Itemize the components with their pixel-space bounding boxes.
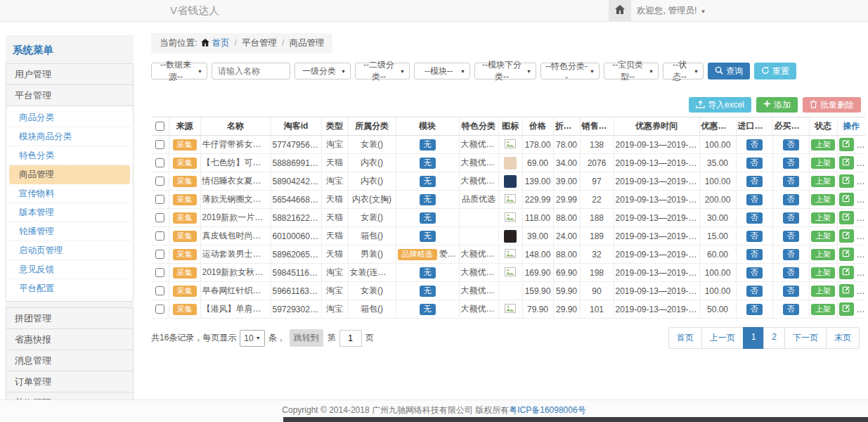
row-checkbox[interactable] [155, 250, 164, 259]
per-page-select[interactable]: 10 ▼ [240, 330, 264, 347]
add-button[interactable]: 添加 [756, 97, 798, 113]
level1-category-select[interactable]: 一级分类▼ [294, 63, 351, 79]
breadcrumb-home-link[interactable]: 首页 [212, 38, 229, 48]
edit-button[interactable] [839, 248, 854, 261]
row-checkbox[interactable] [155, 158, 164, 167]
sidebar-subitem-carousel-manage[interactable]: 轮播管理 [9, 222, 130, 241]
sidebar-subitem-feature-category[interactable]: 特色分类 [9, 146, 130, 165]
select-value: --模块下分类-- [479, 59, 524, 83]
sidebar-subitem-promo-material[interactable]: 宣传物料 [9, 184, 130, 203]
row-checkbox[interactable] [155, 231, 164, 241]
row-checkbox[interactable] [155, 286, 164, 295]
level2-category-select[interactable]: --二级分类--▼ [355, 63, 410, 79]
batch-delete-button[interactable]: 批量删除 [803, 97, 861, 113]
page-button-prev[interactable]: 上一页 [701, 327, 744, 349]
price-cell: 178.00 [522, 136, 553, 154]
feature-category-select[interactable]: --特色分类--▼ [540, 63, 600, 79]
source-cell: 采集 [169, 227, 200, 245]
page-button-last[interactable]: 末页 [826, 327, 860, 349]
edit-button[interactable] [839, 284, 854, 298]
must-buy-badge: 否 [783, 249, 799, 260]
row-checkbox[interactable] [155, 140, 164, 149]
page-button-next[interactable]: 下一页 [784, 327, 827, 349]
sidebar-menu: 用户管理平台管理商品分类模块商品分类特色分类商品管理宣传物料版本管理轮播管理启动… [6, 63, 134, 422]
broken-image-icon [505, 250, 516, 260]
must-buy-cell: 否 [772, 282, 809, 300]
status-select[interactable]: --状态--▼ [663, 63, 704, 79]
page-button-first[interactable]: 首页 [668, 327, 702, 349]
row-checkbox[interactable] [155, 213, 164, 222]
data-source-select[interactable]: --数据来源--▼ [151, 63, 207, 79]
jump-button[interactable]: 跳转到 [290, 329, 323, 347]
breadcrumb: 当前位置:首页/平台管理/商品管理 [151, 33, 332, 53]
row-checkbox[interactable] [155, 177, 164, 186]
feature-cell: 大额优惠券 [459, 264, 498, 282]
item-type-select[interactable]: --宝贝类型--▼ [604, 63, 659, 79]
sidebar-item-message-manage[interactable]: 消息管理 [6, 350, 134, 371]
taoke-id-cell: 565446685867 [271, 191, 321, 209]
select-value: --宝贝类型-- [609, 59, 647, 83]
sidebar-item-user-manage[interactable]: 用户管理 [6, 63, 134, 85]
user-menu[interactable]: 欢迎您, 管理员!▼ [637, 0, 706, 23]
select-all-checkbox[interactable] [155, 122, 164, 131]
name-input[interactable] [212, 63, 290, 79]
source-cell: 采集 [169, 282, 200, 300]
edit-button[interactable] [839, 193, 854, 206]
icp-link[interactable]: 粤ICP备16098006号 [509, 405, 585, 415]
table-row: 采集情侣睡衣女夏丝绸男士...589042420344淘宝内衣()无大额优惠券1… [151, 172, 865, 191]
sales-cell: 90 [580, 282, 614, 300]
row-checkbox[interactable] [155, 305, 164, 314]
import-flag-cell: 否 [736, 227, 772, 245]
import-flag-cell: 否 [736, 264, 772, 282]
edit-button[interactable] [839, 174, 854, 188]
sidebar-item-group-buy-manage[interactable]: 拼团管理 [6, 307, 134, 329]
category-cell: 女装() [348, 282, 396, 300]
row-checkbox[interactable] [155, 268, 164, 277]
source-cell: 采集 [169, 245, 200, 264]
must-buy-badge: 否 [783, 194, 799, 205]
sidebar-subitem-feedback[interactable]: 意见反馈 [9, 260, 130, 279]
sidebar-item-saving-express[interactable]: 省惠快报 [6, 328, 134, 350]
sidebar-subitem-version-manage[interactable]: 版本管理 [9, 203, 130, 222]
row-select-cell [151, 172, 169, 191]
reset-button[interactable]: 重置 [754, 63, 796, 79]
module-cell: 无 [396, 300, 459, 319]
module-cell: 无 [396, 154, 459, 172]
home-button[interactable] [609, 0, 631, 21]
edit-icon [842, 286, 850, 296]
sidebar-item-order-manage[interactable]: 订单管理 [6, 371, 134, 392]
import-excel-button[interactable]: 导入excel [689, 97, 751, 113]
sidebar-subitem-module-goods-category[interactable]: 模块商品分类 [9, 127, 130, 146]
module-subcategory-select[interactable]: --模块下分类--▼ [474, 63, 536, 79]
page-button-page-1[interactable]: 1 [743, 327, 765, 349]
broken-image-icon [505, 214, 516, 224]
module-select[interactable]: --模块--▼ [414, 63, 470, 79]
sidebar-subitem-splash-page-manage[interactable]: 启动页管理 [9, 241, 130, 260]
jump-page-input[interactable] [339, 330, 362, 347]
edit-button[interactable] [839, 138, 854, 151]
taoke-id-cell: 596611634525 [271, 282, 321, 300]
edit-button[interactable] [839, 156, 854, 170]
sidebar-subitem-platform-config[interactable]: 平台配置 [9, 279, 130, 298]
discount-price-cell: 59.90 [553, 282, 580, 300]
icon-cell [498, 154, 522, 172]
must-buy-badge: 否 [783, 267, 799, 279]
edit-button[interactable] [839, 229, 854, 243]
must-buy-badge: 否 [783, 176, 799, 187]
price-cell: 148.00 [522, 245, 553, 264]
sidebar-item-platform-manage[interactable]: 平台管理 [6, 84, 134, 106]
edit-button[interactable] [839, 266, 854, 279]
ops-cell [837, 282, 865, 300]
edit-button[interactable] [839, 211, 854, 224]
search-button[interactable]: 查询 [708, 63, 750, 79]
coupon-amount-cell: 50.00 [699, 300, 736, 319]
sidebar-subitem-goods-manage[interactable]: 商品管理 [9, 165, 130, 184]
sidebar-subitem-goods-category[interactable]: 商品分类 [9, 108, 130, 127]
search-icon [715, 66, 723, 77]
page-button-page-2[interactable]: 2 [763, 327, 785, 349]
edit-button[interactable] [839, 302, 854, 316]
row-checkbox[interactable] [155, 195, 164, 204]
status-cell: 上架 [809, 264, 837, 282]
status-badge: 上架 [811, 267, 835, 279]
status-badge: 上架 [811, 139, 835, 151]
